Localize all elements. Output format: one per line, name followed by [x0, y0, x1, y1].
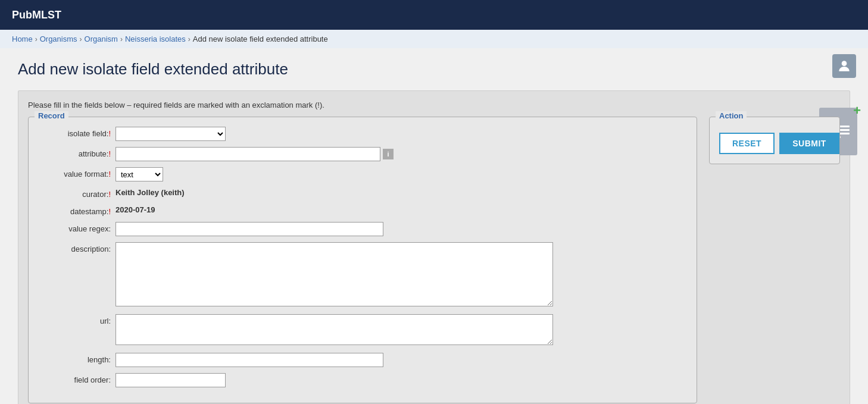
description-row: description: — [38, 242, 687, 308]
attribute-input[interactable] — [115, 147, 380, 161]
breadcrumb-neisseria[interactable]: Neisseria isolates — [125, 35, 186, 43]
svg-point-0 — [842, 61, 847, 66]
main-content: + Add new isolate field extended attribu… — [0, 48, 868, 404]
datestamp-control: 2020-07-19 — [115, 205, 687, 214]
datestamp-value: 2020-07-19 — [115, 203, 155, 214]
app-title: PubMLST — [12, 9, 61, 21]
field-order-control — [115, 373, 687, 387]
curator-value: Keith Jolley (keith) — [115, 186, 185, 197]
field-order-row: field order: — [38, 373, 687, 387]
required-marker-1: ! — [108, 129, 111, 138]
breadcrumb-sep-3: › — [120, 35, 123, 43]
value-regex-label: value regex: — [38, 222, 115, 233]
user-avatar[interactable] — [832, 54, 856, 78]
attribute-row: attribute:! i — [38, 147, 687, 161]
isolate-field-control — [115, 127, 687, 141]
breadcrumb-organism[interactable]: Organism — [85, 35, 118, 43]
attribute-label: attribute:! — [38, 147, 115, 158]
length-row: length: — [38, 353, 687, 367]
page-title: Add new isolate field extended attribute — [18, 60, 850, 79]
topbar: PubMLST — [0, 0, 868, 30]
action-legend: Action — [716, 111, 747, 120]
required-marker-4: ! — [108, 190, 111, 199]
value-regex-row: value regex: — [38, 222, 687, 236]
breadcrumb-current: Add new isolate field extended attribute — [193, 35, 328, 43]
breadcrumb-sep-1: › — [35, 35, 38, 43]
form-container: Please fill in the fields below – requir… — [18, 90, 850, 404]
attribute-input-row: i — [115, 147, 687, 161]
action-buttons: RESET SUBMIT — [719, 133, 830, 154]
length-control — [115, 353, 687, 367]
value-regex-input[interactable] — [115, 222, 383, 236]
attribute-control: i — [115, 147, 687, 161]
isolate-field-label: isolate field:! — [38, 127, 115, 138]
description-label: description: — [38, 242, 115, 253]
reset-button[interactable]: RESET — [719, 133, 775, 154]
description-textarea[interactable] — [115, 242, 553, 306]
curator-row: curator:! Keith Jolley (keith) — [38, 187, 687, 199]
required-marker-2: ! — [108, 149, 111, 158]
url-control — [115, 314, 687, 347]
field-order-label: field order: — [38, 373, 115, 384]
breadcrumb-organisms[interactable]: Organisms — [40, 35, 77, 43]
isolate-field-select[interactable] — [115, 127, 226, 141]
record-legend: Record — [35, 111, 68, 120]
datestamp-label: datestamp:! — [38, 205, 115, 216]
breadcrumb-sep-2: › — [80, 35, 82, 43]
submit-button[interactable]: SUBMIT — [779, 133, 839, 154]
action-section: Action RESET SUBMIT — [709, 117, 840, 164]
attribute-info-icon[interactable]: i — [383, 149, 394, 159]
record-section: Record isolate field:! attribute: — [28, 117, 697, 403]
field-order-input[interactable] — [115, 373, 226, 387]
description-control — [115, 242, 687, 308]
length-input[interactable] — [115, 353, 383, 367]
doc-plus-icon: + — [853, 104, 861, 117]
curator-control: Keith Jolley (keith) — [115, 187, 687, 197]
breadcrumb-sep-4: › — [188, 35, 191, 43]
url-textarea[interactable] — [115, 314, 553, 345]
value-format-row: value format:! text integer float date b… — [38, 167, 687, 181]
value-format-label: value format:! — [38, 167, 115, 178]
required-marker-5: ! — [108, 207, 111, 216]
value-format-control: text integer float date bool — [115, 167, 687, 181]
breadcrumb: Home › Organisms › Organism › Neisseria … — [0, 30, 868, 48]
record-action-layout: Record isolate field:! attribute: — [28, 117, 840, 403]
isolate-field-row: isolate field:! — [38, 127, 687, 141]
url-label: url: — [38, 314, 115, 325]
datestamp-row: datestamp:! 2020-07-19 — [38, 205, 687, 216]
form-notice: Please fill in the fields below – requir… — [28, 101, 840, 109]
breadcrumb-home[interactable]: Home — [12, 35, 33, 43]
curator-label: curator:! — [38, 187, 115, 199]
value-format-select[interactable]: text integer float date bool — [115, 167, 163, 181]
length-label: length: — [38, 353, 115, 364]
value-regex-control — [115, 222, 687, 236]
required-marker-3: ! — [108, 170, 111, 178]
url-row: url: — [38, 314, 687, 347]
